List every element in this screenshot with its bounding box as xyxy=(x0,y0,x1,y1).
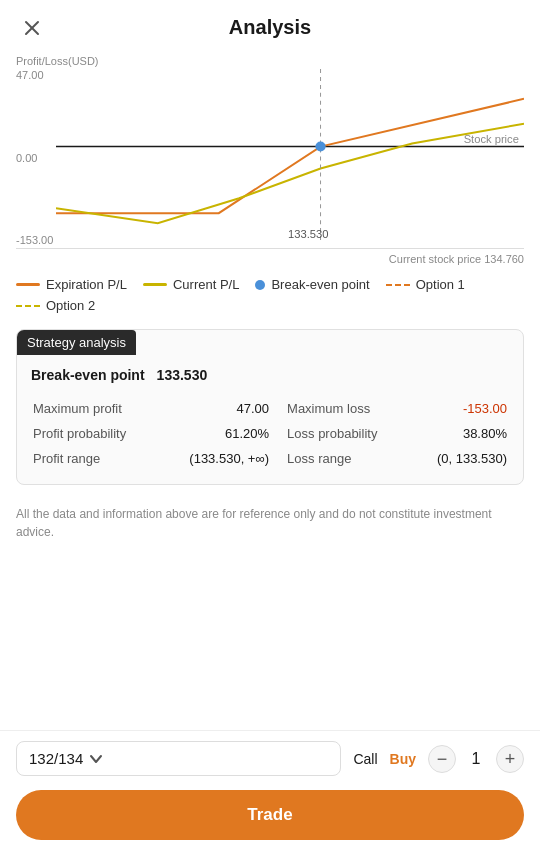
bottom-bar: 132/134 Call Buy − 1 + Trade xyxy=(0,730,540,852)
trade-button[interactable]: Trade xyxy=(16,790,524,840)
max-profit-label: Maximum profit xyxy=(33,401,122,416)
legend-option1: Option 1 xyxy=(386,277,465,292)
max-loss-value: -153.00 xyxy=(463,401,507,416)
expiration-line-icon xyxy=(16,283,40,286)
stats-table: Maximum profit 47.00 Maximum loss -153.0… xyxy=(31,395,509,472)
chart-area: 47.00 0.00 -153.00 133.530 Stock xyxy=(16,69,524,249)
header: Analysis xyxy=(0,0,540,55)
breakeven-label-text: Break-even point xyxy=(271,277,369,292)
y-max: 47.00 xyxy=(16,69,53,81)
strategy-header: Strategy analysis xyxy=(17,330,136,355)
quantity-controls: − 1 + xyxy=(428,745,524,773)
page-title: Analysis xyxy=(229,16,311,39)
loss-prob-value: 38.80% xyxy=(463,426,507,441)
chart-svg: 133.530 Stock price xyxy=(56,69,524,248)
breakeven-row: Break-even point 133.530 xyxy=(31,367,509,383)
loss-prob-label: Loss probability xyxy=(287,426,377,441)
strategy-body: Break-even point 133.530 Maximum profit … xyxy=(17,355,523,484)
max-profit-value: 47.00 xyxy=(237,401,270,416)
table-row: Profit range (133.530, +∞) Loss range (0… xyxy=(33,447,507,470)
svg-text:Stock price: Stock price xyxy=(464,133,519,145)
breakeven-point-label: Break-even point xyxy=(31,367,145,383)
breakeven-point-value: 133.530 xyxy=(157,367,208,383)
legend-breakeven: Break-even point xyxy=(255,277,369,292)
increase-qty-button[interactable]: + xyxy=(496,745,524,773)
current-line-icon xyxy=(143,283,167,286)
y-min: -153.00 xyxy=(16,234,53,246)
close-button[interactable] xyxy=(16,12,48,44)
option1-dash-icon xyxy=(386,284,410,286)
option1-label: Option 1 xyxy=(416,277,465,292)
current-price-note: Current stock price 134.760 xyxy=(16,249,524,273)
profit-prob-value: 61.20% xyxy=(225,426,269,441)
svg-point-4 xyxy=(315,142,325,152)
legend: Expiration P/L Current P/L Break-even po… xyxy=(0,273,540,321)
y-zero: 0.00 xyxy=(16,152,53,164)
call-badge: Call xyxy=(353,751,377,767)
chevron-down-icon xyxy=(89,752,103,766)
legend-option2: Option 2 xyxy=(16,298,95,313)
profit-range-value: (133.530, +∞) xyxy=(189,451,269,466)
chart-container: Profit/Loss(USD) 47.00 0.00 -153.00 xyxy=(0,55,540,273)
decrease-qty-button[interactable]: − xyxy=(428,745,456,773)
strategy-section: Strategy analysis Break-even point 133.5… xyxy=(16,329,524,485)
quantity-value: 1 xyxy=(466,750,486,768)
svg-text:133.530: 133.530 xyxy=(288,228,328,240)
option2-label: Option 2 xyxy=(46,298,95,313)
breakeven-dot-icon xyxy=(255,280,265,290)
loss-range-value: (0, 133.530) xyxy=(437,451,507,466)
legend-expiration: Expiration P/L xyxy=(16,277,127,292)
table-row: Maximum profit 47.00 Maximum loss -153.0… xyxy=(33,397,507,420)
y-labels: 47.00 0.00 -153.00 xyxy=(16,69,53,248)
bottom-controls: 132/134 Call Buy − 1 + xyxy=(0,731,540,786)
profit-prob-label: Profit probability xyxy=(33,426,126,441)
loss-range-label: Loss range xyxy=(287,451,351,466)
buy-badge: Buy xyxy=(390,751,416,767)
max-loss-label: Maximum loss xyxy=(287,401,370,416)
disclaimer: All the data and information above are f… xyxy=(0,493,540,553)
legend-current: Current P/L xyxy=(143,277,239,292)
table-row: Profit probability 61.20% Loss probabili… xyxy=(33,422,507,445)
current-label: Current P/L xyxy=(173,277,239,292)
strike-value: 132/134 xyxy=(29,750,83,767)
expiration-label: Expiration P/L xyxy=(46,277,127,292)
y-axis-label: Profit/Loss(USD) xyxy=(16,55,524,67)
option2-dash-icon xyxy=(16,305,40,307)
strike-selector[interactable]: 132/134 xyxy=(16,741,341,776)
profit-range-label: Profit range xyxy=(33,451,100,466)
